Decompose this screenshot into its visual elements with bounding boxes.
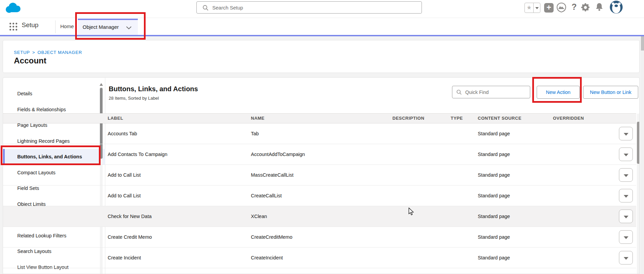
row-actions-dropdown-button[interactable]: [619, 230, 633, 244]
table-row: Add to Call List CreateCallList Standard…: [3, 185, 636, 206]
new-button-or-link-button[interactable]: New Button or Link: [583, 86, 638, 99]
quick-find-box: [452, 86, 530, 98]
sidebar-scroll-up-arrow[interactable]: [100, 83, 103, 86]
breadcrumb-link-setup[interactable]: SETUP: [14, 50, 30, 55]
favorites-star-button[interactable]: ★: [524, 3, 534, 13]
cell-name: AccountAddToCampaign: [251, 144, 305, 164]
app-launcher-waffle-icon[interactable]: [9, 23, 17, 31]
cell-content-source: Standard page: [478, 248, 510, 268]
table-row: Add Contacts To Campaign AccountAddToCam…: [3, 144, 636, 165]
cell-label: Create Incident: [108, 248, 141, 268]
column-header-description[interactable]: DESCRIPTION: [392, 114, 424, 123]
tab-home[interactable]: Home: [60, 18, 74, 35]
table-row: Accounts Tab Tab Standard page: [3, 123, 636, 144]
sidebar-item-details[interactable]: Details: [3, 86, 105, 102]
search-icon: [456, 90, 462, 95]
object-manager-panel: Details Fields & Relationships Page Layo…: [3, 77, 640, 274]
breadcrumb-separator: >: [32, 50, 35, 55]
nav-divider: [76, 20, 76, 33]
list-title: Buttons, Links, and Actions: [109, 85, 198, 93]
cell-label: Check for New Data: [108, 206, 152, 227]
app-name-label: Setup: [22, 21, 39, 29]
table-scrollbar-thumb[interactable]: [637, 122, 640, 164]
quick-find-input[interactable]: [465, 86, 526, 98]
cell-content-source: Standard page: [478, 185, 510, 206]
tab-object-manager[interactable]: Object Manager: [78, 19, 138, 35]
cell-content-source: Standard page: [478, 227, 510, 247]
cell-label: Add to Call List: [108, 185, 141, 206]
row-actions-dropdown-button[interactable]: [619, 251, 633, 265]
table-row-hovered: Check for New Data XClean Standard page: [3, 206, 636, 227]
cell-content-source: Standard page: [478, 144, 510, 164]
column-header-content-source[interactable]: CONTENT SOURCE: [478, 114, 521, 123]
table-row: Create Credit Memo CreateCreditMemo Stan…: [3, 227, 636, 248]
cell-name: CreateIncident: [251, 248, 283, 268]
column-header-type[interactable]: TYPE: [451, 114, 463, 123]
cell-name: CreateCreditMemo: [251, 227, 293, 247]
setup-search-box: [196, 1, 422, 14]
cell-label: Add to Call List: [108, 165, 141, 185]
row-actions-dropdown-button[interactable]: [619, 210, 633, 223]
table-row: Create Incident CreateIncident Standard …: [3, 248, 636, 268]
nav-divider: [55, 20, 56, 33]
row-actions-dropdown-button[interactable]: [619, 189, 633, 202]
star-icon: ★: [527, 4, 532, 11]
nav-accent-underline: [0, 35, 644, 36]
list-item-count: 28 Items, Sorted by Label: [109, 96, 159, 101]
breadcrumb-card: SETUP>OBJECT MANAGER Account: [3, 40, 640, 73]
cell-name: Tab: [251, 123, 259, 144]
breadcrumb-link-object-manager[interactable]: OBJECT MANAGER: [38, 50, 82, 55]
row-actions-dropdown-button[interactable]: [619, 148, 633, 161]
cell-label: Create Credit Memo: [108, 227, 152, 247]
page-scrollbar-track[interactable]: [641, 36, 644, 274]
notifications-bell-icon[interactable]: [595, 2, 604, 13]
search-setup-input[interactable]: [212, 2, 415, 13]
salesforce-logo: [4, 1, 22, 16]
search-icon: [202, 5, 209, 11]
chevron-down-icon: [126, 26, 132, 30]
setup-nav-bar: Setup Home Object Manager: [0, 18, 644, 35]
cell-name: XClean: [251, 206, 267, 227]
tab-object-manager-label: Object Manager: [83, 20, 119, 34]
user-avatar[interactable]: [609, 0, 623, 15]
cell-content-source: Standard page: [478, 206, 510, 227]
cell-name: MassCreateCallList: [251, 165, 294, 185]
cell-label: Accounts Tab: [108, 123, 137, 144]
table-header-row: LABEL NAME DESCRIPTION TYPE CONTENT SOUR…: [3, 113, 636, 123]
cell-name: CreateCallList: [251, 185, 282, 206]
column-header-name[interactable]: NAME: [251, 114, 264, 123]
column-header-label[interactable]: LABEL: [108, 114, 123, 123]
row-actions-dropdown-button[interactable]: [619, 127, 633, 140]
quick-create-button[interactable]: +: [544, 3, 554, 13]
cell-label: Add Contacts To Campaign: [108, 144, 167, 164]
cell-content-source: Standard page: [478, 165, 510, 185]
favorites-dropdown-button[interactable]: [533, 3, 540, 13]
global-header: ★ + ?: [0, 0, 644, 18]
page-scrollbar-thumb[interactable]: [641, 36, 644, 51]
page-title: Account: [14, 56, 46, 65]
trailhead-icon[interactable]: [556, 2, 566, 14]
new-action-button[interactable]: New Action: [537, 86, 580, 99]
plus-icon: +: [546, 3, 551, 12]
breadcrumb: SETUP>OBJECT MANAGER: [14, 50, 82, 55]
cell-content-source: Standard page: [478, 123, 510, 144]
help-icon[interactable]: ?: [572, 2, 577, 12]
table-row: Add to Call List MassCreateCallList Stan…: [3, 165, 636, 185]
setup-gear-icon[interactable]: [580, 2, 591, 14]
column-header-overridden[interactable]: OVERRIDDEN: [553, 114, 584, 123]
row-actions-dropdown-button[interactable]: [619, 168, 633, 182]
